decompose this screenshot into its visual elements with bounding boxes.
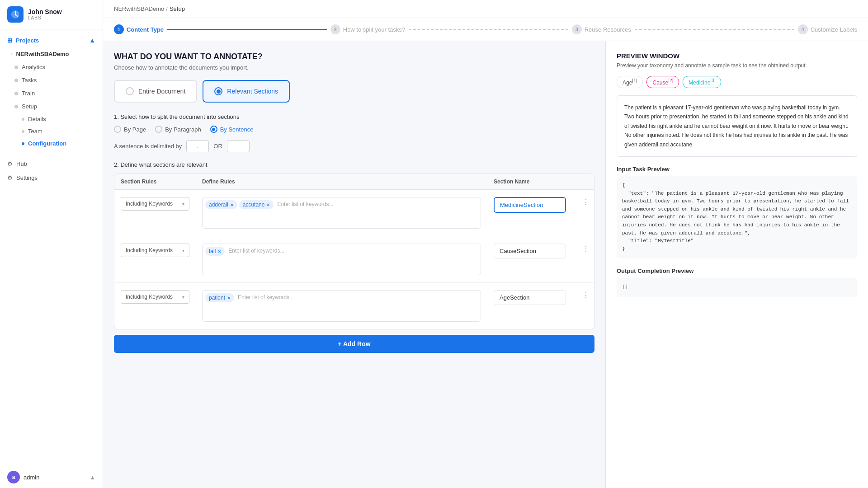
step-2[interactable]: 2 How to split your tasks? (330, 24, 405, 34)
row-2-keywords-input[interactable]: fall ✕ Enter list of keywords... (202, 244, 481, 275)
step-connector-1-2 (167, 29, 327, 30)
step-4[interactable]: 4 Customize Labels (798, 24, 857, 34)
tag-age: Age[1] (617, 76, 643, 88)
step-3-label: Reuse Resources (585, 26, 631, 33)
table-row: Including Keywords ▾ adderall ✕ accutane (114, 190, 594, 236)
keyword-accutane: accutane ✕ (239, 200, 274, 209)
split-by-paragraph[interactable]: By Paragraph (155, 126, 201, 133)
delimiter-input-2[interactable] (227, 140, 250, 152)
split-paragraph-label: By Paragraph (165, 126, 201, 133)
step-2-label: How to split your tasks? (343, 26, 405, 33)
keyword-fall-text: fall (209, 248, 216, 254)
train-label: Train (22, 90, 35, 97)
sidebar: John Snow LABS ⊞ Projects ▲ ◦ NERwithSBA… (0, 0, 103, 488)
step-4-label: Customize Labels (811, 26, 857, 33)
option-entire-label: Entire Document (138, 88, 185, 95)
setup-dot (14, 105, 18, 108)
chevron-down-icon: ▾ (182, 202, 184, 206)
tag-medicine: Medicine[3] (683, 76, 721, 88)
row-2-menu[interactable]: ⋮ (578, 241, 594, 256)
row-3-menu[interactable]: ⋮ (578, 287, 594, 302)
row-3-rule-label: Including Keywords (126, 294, 173, 300)
row-1-rule-dropdown[interactable]: Including Keywords ▾ (121, 197, 189, 211)
project-list: ◦ NERwithSBADemo Analytics Tasks Train S… (0, 47, 103, 150)
breadcrumb-sep: / (166, 5, 168, 12)
sidebar-item-details[interactable]: Details (0, 113, 103, 125)
grid-icon: ⊞ (7, 37, 12, 44)
radio-page (114, 126, 121, 133)
radio-sentence (210, 126, 217, 133)
keyword-accutane-remove[interactable]: ✕ (266, 202, 270, 207)
details-label: Details (28, 116, 46, 122)
annotate-title: WHAT DO YOU WANT TO ANNOTATE? (114, 52, 594, 61)
option-entire-document[interactable]: Entire Document (114, 80, 197, 103)
sidebar-header: John Snow LABS (0, 0, 103, 29)
row-2-rule-cell: Including Keywords ▾ (114, 241, 196, 260)
keyword-patient-remove[interactable]: ✕ (227, 296, 231, 300)
add-row-button[interactable]: + Add Row (114, 335, 594, 353)
step-3-num: 3 (572, 24, 582, 34)
option-relevant-sections[interactable]: Relevant Sections (203, 80, 290, 103)
project-root-item[interactable]: ◦ NERwithSBADemo (0, 47, 103, 61)
user-info: a admin (7, 471, 39, 483)
delimiter-label: A sentence is delimited by (114, 143, 182, 150)
chevron-down-icon: ▾ (182, 295, 184, 300)
split-options: By Page By Paragraph By Sentence (114, 126, 594, 133)
sidebar-item-configuration[interactable]: Configuration (0, 137, 103, 150)
step-3[interactable]: 3 Reuse Resources (572, 24, 631, 34)
train-dot (14, 92, 18, 95)
projects-nav-item[interactable]: ⊞ Projects ▲ (0, 33, 103, 47)
tasks-label: Tasks (22, 77, 37, 84)
keyword-adderall-text: adderall (209, 202, 228, 208)
sidebar-item-settings[interactable]: ⚙ Settings (0, 171, 103, 185)
split-by-sentence[interactable]: By Sentence (210, 126, 254, 133)
row-3-section-name[interactable]: AgeSection (494, 290, 566, 305)
table-row: Including Keywords ▾ patient ✕ Enter lis… (114, 283, 594, 329)
chevron-down-icon: ▾ (182, 248, 184, 253)
sidebar-item-tasks[interactable]: Tasks (0, 74, 103, 87)
row-1-menu[interactable]: ⋮ (578, 194, 594, 209)
sidebar-nav: ⊞ Projects ▲ ◦ NERwithSBADemo Analytics … (0, 29, 103, 466)
avatar: a (7, 471, 20, 483)
keyword-fall-remove[interactable]: ✕ (217, 249, 221, 254)
row-1-keywords-input[interactable]: adderall ✕ accutane ✕ Enter list of keyw… (202, 197, 481, 229)
step-1[interactable]: 1 Content Type (114, 24, 164, 34)
sidebar-item-hub[interactable]: ⚙ Hub (0, 157, 103, 171)
sidebar-item-analytics[interactable]: Analytics (0, 61, 103, 74)
row-2-section-name[interactable]: CauseSection (494, 244, 566, 258)
config-label: Configuration (28, 140, 66, 147)
split-sentence-label: By Sentence (220, 126, 254, 133)
row-3-rule-dropdown[interactable]: Including Keywords ▾ (121, 290, 189, 304)
project-name: NERwithSBADemo (16, 51, 69, 57)
row-2-name-cell: CauseSection (487, 241, 578, 261)
step-connector-2-3 (409, 29, 568, 30)
keyword-adderall-remove[interactable]: ✕ (230, 202, 234, 207)
split-by-page[interactable]: By Page (114, 126, 146, 133)
step-1-num: 1 (114, 24, 124, 34)
row-2-rule-label: Including Keywords (126, 247, 173, 253)
row-3-keywords-input[interactable]: patient ✕ Enter list of keywords... (202, 290, 481, 322)
breadcrumb-current: Setup (170, 5, 185, 12)
row-3-placeholder: Enter list of keywords... (236, 293, 296, 302)
sidebar-item-team[interactable]: Team (0, 125, 103, 137)
delimiter-row: A sentence is delimited by OR (114, 140, 594, 152)
row-2-placeholder: Enter list of keywords... (226, 247, 286, 256)
delimiter-input-1[interactable] (186, 140, 209, 152)
company-name: John Snow (28, 8, 62, 16)
project-icon: ◦ (11, 52, 13, 56)
sidebar-item-setup[interactable]: Setup (0, 100, 103, 113)
radio-paragraph (155, 126, 162, 133)
split-page-label: By Page (124, 126, 146, 133)
input-task-title: Input Task Preview (617, 166, 857, 173)
sidebar-extras: ⚙ Hub ⚙ Settings (0, 157, 103, 185)
step-1-label: Content Type (127, 26, 164, 33)
row-2-rule-dropdown[interactable]: Including Keywords ▾ (121, 244, 189, 257)
sidebar-bottom: a admin ▲ (0, 466, 103, 488)
logo-icon (7, 6, 24, 23)
config-dot (22, 142, 24, 145)
sidebar-item-train[interactable]: Train (0, 87, 103, 100)
analytics-label: Analytics (22, 64, 45, 70)
row-1-section-name[interactable] (494, 197, 566, 213)
col-section-rules: Section Rules (114, 174, 196, 189)
table-header: Section Rules Define Rules Section Name (114, 174, 594, 190)
